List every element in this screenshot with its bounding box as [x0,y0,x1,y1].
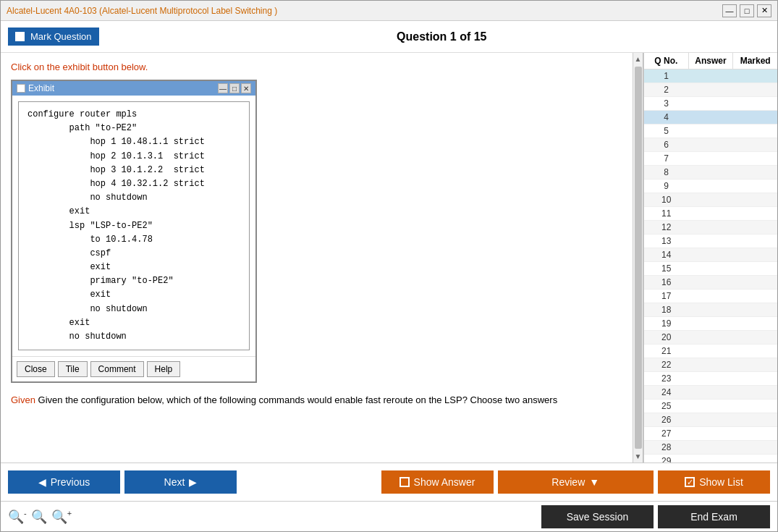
exhibit-buttons: Close Tile Comment Help [12,356,255,381]
main-content: Click on the exhibit button below. Exhib… [1,53,777,463]
side-panel-row[interactable]: 20 [644,331,777,345]
title-end: ) [272,6,277,16]
header-marked: Marked [733,53,777,69]
side-panel-row[interactable]: 29 [644,455,777,463]
exhibit-close-button[interactable]: Close [17,361,55,377]
side-panel-qno: 22 [644,360,688,370]
side-panel-row[interactable]: 13 [644,235,777,248]
exhibit-minimize[interactable]: — [218,83,228,93]
end-exam-button[interactable]: End Exam [658,505,770,528]
exhibit-titlebar: Exhibit — □ ✕ [12,81,255,96]
side-panel-row[interactable]: 12 [644,221,777,235]
window-title: Alcatel-Lucent 4A0-103 (Alcatel-Lucent M… [7,6,277,16]
exhibit-title: Exhibit [28,83,54,93]
side-panel-row[interactable]: 27 [644,427,777,441]
side-panel-row[interactable]: 8 [644,166,777,180]
side-panel-row[interactable]: 10 [644,193,777,207]
side-panel-qno: 17 [644,291,688,301]
show-answer-button[interactable]: Show Answer [381,470,494,494]
exhibit-help-button[interactable]: Help [147,361,181,377]
side-panel-row[interactable]: 19 [644,317,777,331]
scroll-up-arrow[interactable]: ▲ [635,53,642,65]
side-panel-row[interactable]: 21 [644,345,777,358]
exhibit-icon [17,84,25,93]
title-bar: Alcatel-Lucent 4A0-103 (Alcatel-Lucent M… [1,1,777,21]
side-panel-qno: 20 [644,332,688,342]
next-arrow-icon: ▶ [189,476,197,488]
side-panel-container: ▲ ▼ Q No. Answer Marked 1234567891011121… [633,53,777,463]
side-panel-row[interactable]: 22 [644,358,777,372]
side-panel-row[interactable]: 7 [644,152,777,166]
question-text-body: Given the configuration below, which of … [38,394,558,405]
toolbar: Mark Question Question 1 of 15 [1,21,777,53]
side-panel-row[interactable]: 15 [644,262,777,276]
side-panel-qno: 8 [644,167,688,177]
side-panel-qno: 9 [644,181,688,191]
side-panel-row[interactable]: 11 [644,207,777,221]
mark-question-button[interactable]: Mark Question [8,28,99,46]
side-panel-row[interactable]: 9 [644,180,777,193]
side-panel-qno: 6 [644,140,688,150]
save-session-button[interactable]: Save Session [541,505,654,528]
close-button[interactable]: ✕ [757,4,771,17]
side-panel-row[interactable]: 4 [644,111,777,124]
exhibit-comment-button[interactable]: Comment [90,361,144,377]
show-answer-label: Show Answer [414,476,475,488]
previous-button[interactable]: ◀ Previous [8,470,120,494]
side-panel-row[interactable]: 14 [644,248,777,262]
side-panel-row[interactable]: 25 [644,400,777,413]
scroll-down-arrow[interactable]: ▼ [635,450,642,463]
flag-icon [15,32,25,41]
maximize-button[interactable]: □ [740,4,754,17]
title-text: Alcatel-Lucent 4A0-103 (Alcatel-Lucent [7,6,159,16]
prev-arrow-icon: ◀ [38,476,46,488]
side-panel-qno: 28 [644,442,688,452]
zoom-reset-button[interactable]: 🔍 [31,509,47,525]
side-panel-qno: 29 [644,456,688,463]
review-dropdown-icon: ▼ [589,476,599,488]
zoom-in-button[interactable]: 🔍+ [51,509,72,525]
content-area: Click on the exhibit button below. Exhib… [1,53,633,463]
window-controls: — □ ✕ [722,4,771,17]
side-panel-row[interactable]: 18 [644,303,777,317]
side-panel-row[interactable]: 1 [644,69,777,83]
side-panel-row[interactable]: 17 [644,290,777,303]
mark-question-label: Mark Question [30,31,92,42]
side-panel-qno: 24 [644,387,688,397]
exhibit-window: Exhibit — □ ✕ configure router mpls path… [11,80,257,383]
side-panel: Q No. Answer Marked 12345678910111213141… [643,53,777,463]
side-panel-row[interactable]: 23 [644,372,777,386]
show-list-button[interactable]: Show List [658,470,770,494]
side-panel-row[interactable]: 16 [644,276,777,290]
review-button[interactable]: Review ▼ [498,470,654,494]
exhibit-close[interactable]: ✕ [241,83,251,93]
save-session-label: Save Session [567,511,629,523]
side-panel-row[interactable]: 26 [644,413,777,427]
side-panel-row[interactable]: 3 [644,97,777,111]
review-label: Review [551,476,585,488]
side-panel-row[interactable]: 2 [644,83,777,97]
title-colored: Multiprotocol Label Switching [159,6,271,16]
side-panel-qno: 15 [644,263,688,274]
main-window: Alcatel-Lucent 4A0-103 (Alcatel-Lucent M… [0,0,778,532]
side-panel-row[interactable]: 24 [644,386,777,400]
side-panel-qno: 7 [644,153,688,164]
main-scrollbar[interactable]: ▲ ▼ [633,53,643,463]
zoom-out-button[interactable]: 🔍- [8,509,27,525]
side-panel-row[interactable]: 6 [644,138,777,152]
side-panel-header: Q No. Answer Marked [644,53,777,69]
side-panel-qno: 1 [644,71,688,81]
bottom-section: ◀ Previous Next ▶ Show Answer Review ▼ S… [1,463,777,531]
next-button[interactable]: Next ▶ [124,470,237,494]
scroll-thumb [635,67,642,449]
exhibit-maximize[interactable]: □ [229,83,240,93]
bottom-row1: ◀ Previous Next ▶ Show Answer Review ▼ S… [1,463,777,501]
minimize-button[interactable]: — [722,4,737,17]
side-panel-row[interactable]: 28 [644,441,777,455]
exhibit-tile-button[interactable]: Tile [58,361,88,377]
instruction-text: Click on the exhibit button below. [11,62,622,72]
exhibit-code: configure router mpls path "to-PE2" hop … [18,101,250,350]
question-text-colored: Given [11,394,38,405]
header-answer: Answer [689,53,734,69]
side-panel-row[interactable]: 5 [644,124,777,138]
